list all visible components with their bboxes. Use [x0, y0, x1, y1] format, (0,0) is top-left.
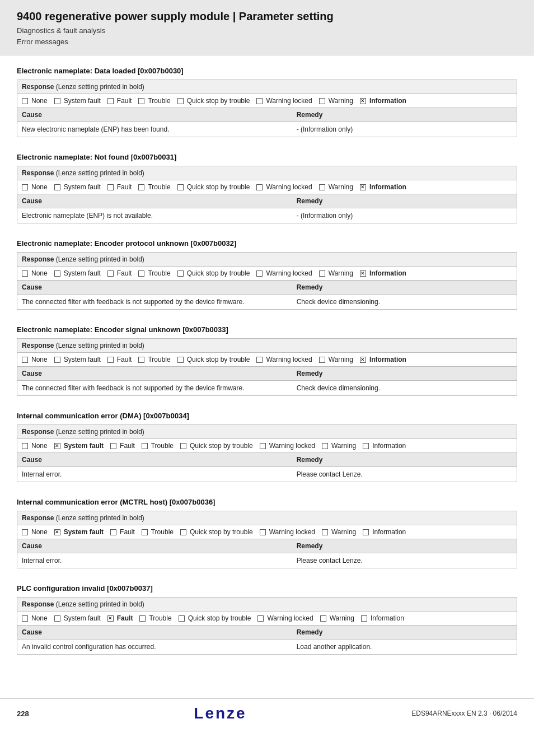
unchecked-box	[22, 529, 28, 535]
section-title-s1: Electronic nameplate: Data loaded [0x007…	[17, 67, 517, 75]
checkbox-item-2: Fault	[107, 97, 135, 105]
remedy-cell: - (Information only)	[292, 122, 517, 137]
cause-header: Cause	[17, 281, 292, 295]
unchecked-box	[107, 270, 114, 277]
subtitle1: Diagnostics & fault analysis	[17, 25, 517, 36]
checkbox-item-6: Warning	[322, 528, 359, 536]
checkbox-label: Warning locked	[266, 183, 312, 191]
unchecked-box	[22, 98, 28, 104]
unchecked-box	[107, 98, 114, 104]
cause-header: Cause	[17, 453, 292, 467]
checkbox-label: Quick stop by trouble	[188, 614, 251, 622]
footer-reference: EDS94ARNExxxx EN 2.3 · 06/2014	[411, 710, 517, 717]
checkbox-item-6: Warning	[320, 614, 358, 622]
cause-cell: New electronic nameplate (ENP) has been …	[17, 122, 292, 137]
error-table-s1: Response (Lenze setting printed in bold)…	[17, 80, 517, 137]
unchecked-box	[138, 98, 144, 104]
checkbox-item-7: Information	[363, 442, 409, 450]
checkbox-item-4: Quick stop by trouble	[177, 269, 254, 277]
checkbox-label: Warning locked	[266, 356, 312, 363]
unchecked-box	[22, 184, 28, 190]
cause-header: Cause	[17, 626, 292, 640]
checkbox-label: None	[31, 97, 48, 105]
remedy-header: Remedy	[292, 453, 517, 467]
unchecked-box	[260, 529, 266, 535]
checkbox-label: Quick stop by trouble	[187, 269, 250, 277]
checkbox-label: Information	[372, 528, 406, 536]
error-table-s6: Response (Lenze setting printed in bold)…	[17, 511, 517, 568]
checkbox-label: Trouble	[149, 614, 171, 622]
cause-cell: Internal error.	[17, 553, 292, 568]
checkbox-item-4: Quick stop by trouble	[177, 97, 254, 105]
checkbox-item-3: Trouble	[138, 356, 174, 363]
unchecked-box	[256, 270, 263, 277]
checkbox-item-3: Trouble	[142, 528, 177, 536]
checkbox-item-2: Fault	[107, 183, 135, 191]
unchecked-box	[138, 184, 144, 190]
cause-cell: The connected filter with feedback is no…	[17, 381, 292, 396]
footer: 228 Lenze EDS94ARNExxxx EN 2.3 · 06/2014	[0, 698, 534, 728]
section-title-s3: Electronic nameplate: Encoder protocol u…	[17, 239, 517, 248]
section-title-s7: PLC configuration invalid [0x007b0037]	[17, 584, 517, 592]
checkbox-item-3: Trouble	[138, 97, 174, 105]
checkbox-item-0: None	[22, 269, 51, 277]
unchecked-box	[138, 270, 144, 277]
checkbox-label: Trouble	[148, 97, 170, 105]
checkbox-label: Warning locked	[267, 614, 313, 622]
unchecked-box	[256, 184, 263, 190]
error-table-s3: Response (Lenze setting printed in bold)…	[17, 252, 517, 310]
checkbox-item-4: Quick stop by trouble	[180, 442, 256, 450]
checkbox-label: Information	[372, 442, 406, 450]
checked-box	[54, 443, 60, 449]
checkbox-label: Trouble	[151, 442, 174, 450]
unchecked-box	[260, 443, 266, 449]
checked-box	[360, 98, 366, 104]
checkbox-row-s2: NoneSystem faultFaultTroubleQuick stop b…	[17, 180, 517, 194]
checkbox-item-6: Warning	[319, 183, 357, 191]
checkbox-item-0: None	[22, 614, 51, 622]
unchecked-box	[177, 270, 184, 277]
checkbox-item-7: Information	[360, 97, 410, 105]
unchecked-box	[142, 529, 148, 535]
checkbox-item-7: Information	[363, 528, 409, 536]
checkbox-label: Information	[371, 614, 404, 622]
checkbox-label: System fault	[64, 356, 101, 363]
checkbox-row-s4: NoneSystem faultFaultTroubleQuick stop b…	[17, 353, 517, 367]
checkbox-label: Warning	[329, 269, 353, 277]
checkbox-label: System fault	[64, 183, 101, 191]
unchecked-box	[22, 357, 28, 363]
unchecked-box	[177, 184, 184, 190]
unchecked-box	[110, 529, 116, 535]
checkbox-item-0: None	[22, 183, 51, 191]
remedy-cell: Please contact Lenze.	[292, 553, 517, 568]
checkbox-label: Fault	[117, 97, 132, 105]
section-title-s5: Internal communication error (DMA) [0x00…	[17, 412, 517, 420]
unchecked-box	[139, 615, 146, 622]
cause-cell: Electronic nameplate (ENP) is not availa…	[17, 208, 292, 223]
checkbox-item-4: Quick stop by trouble	[177, 356, 254, 363]
checkbox-label: Quick stop by trouble	[187, 97, 250, 105]
unchecked-box	[322, 443, 328, 449]
checkbox-label: Fault	[120, 528, 135, 536]
checkbox-item-1: System fault	[54, 614, 104, 622]
checkbox-label: System fault	[64, 442, 104, 450]
checkbox-label: Fault	[120, 442, 135, 450]
checkbox-label: Trouble	[148, 356, 170, 363]
response-label: Response (Lenze setting printed in bold)	[17, 598, 517, 612]
checkbox-label: None	[31, 528, 48, 536]
section-s7: PLC configuration invalid [0x007b0037]Re…	[17, 584, 517, 655]
unchecked-box	[177, 98, 184, 104]
unchecked-box	[256, 357, 263, 363]
checkbox-item-6: Warning	[319, 356, 357, 363]
table-row: The connected filter with feedback is no…	[17, 381, 517, 396]
checked-box	[107, 615, 114, 622]
checkbox-label: None	[31, 614, 48, 622]
unchecked-box	[54, 270, 60, 277]
checkbox-item-1: System fault	[54, 183, 104, 191]
table-row: Internal error.Please contact Lenze.	[17, 553, 517, 568]
response-label: Response (Lenze setting printed in bold)	[17, 425, 517, 439]
section-s3: Electronic nameplate: Encoder protocol u…	[17, 239, 517, 310]
unchecked-box	[54, 357, 60, 363]
checkbox-label: Fault	[117, 183, 132, 191]
checkbox-label: Trouble	[148, 183, 170, 191]
